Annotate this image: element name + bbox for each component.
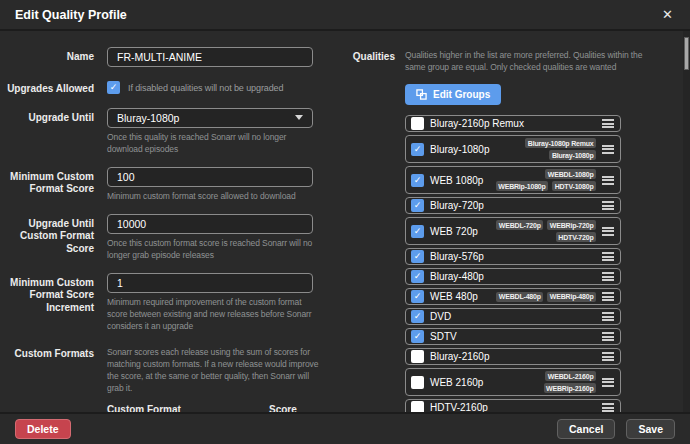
quality-format-badge: Bluray-1080p <box>549 150 596 160</box>
quality-item[interactable]: ✓ Bluray-1080p Bluray-1080p RemuxBluray-… <box>405 135 621 163</box>
quality-item[interactable]: ✓ DVD <box>405 308 621 325</box>
custom-formats-group: Custom Formats Sonarr scores each releas… <box>2 344 345 413</box>
quality-item[interactable]: ✓ WEB 720p WEBDL-720pWEBRip-720pHDTV-720… <box>405 217 621 245</box>
upgrade-until-label: Upgrade Until <box>2 108 94 155</box>
modal-header: Edit Quality Profile ✕ <box>0 0 690 31</box>
quality-format-badge: HDTV-720p <box>556 232 596 242</box>
quality-badges <box>530 123 596 125</box>
modal-footer: Delete Cancel Save <box>0 412 690 444</box>
drag-handle-icon[interactable] <box>602 312 614 321</box>
drag-handle-icon[interactable] <box>602 403 614 412</box>
quality-badges: WEBDL-720pWEBRip-720pHDTV-720p <box>484 219 596 243</box>
quality-label: WEB 2160p <box>430 377 483 388</box>
drag-handle-icon[interactable] <box>602 292 614 301</box>
quality-item[interactable]: ✓ WEB 1080p WEBDL-1080pWEBRip-1080pHDTV-… <box>405 166 621 194</box>
quality-badges <box>457 316 596 318</box>
edit-groups-button[interactable]: Edit Groups <box>405 84 501 105</box>
quality-checkbox[interactable] <box>411 376 424 389</box>
quality-badges: Bluray-1080p RemuxBluray-1080p <box>495 137 596 161</box>
quality-format-badge: WEBDL-720p <box>496 220 543 230</box>
quality-badges <box>490 205 596 207</box>
drag-handle-icon[interactable] <box>602 272 614 281</box>
quality-label: WEB 1080p <box>430 175 483 186</box>
quality-checkbox[interactable]: ✓ <box>411 143 424 156</box>
name-input[interactable]: FR-MULTI-ANIME <box>107 47 313 67</box>
drag-handle-icon[interactable] <box>602 378 614 387</box>
quality-item[interactable]: ✓ Bluray-720p <box>405 197 621 214</box>
custom-formats-help: Sonarr scores each release using the sum… <box>107 346 319 394</box>
quality-label: WEB 720p <box>430 226 478 237</box>
upgrade-until-custom-format-score-group: Upgrade Until Custom Format Score 10000 … <box>2 214 345 261</box>
scrollbar-thumb[interactable] <box>684 37 689 70</box>
upgrades-allowed-checkbox[interactable]: ✓ <box>107 81 120 94</box>
quality-badges: WEBDL-480pWEBRip-480p <box>484 291 596 303</box>
quality-label: HDTV-2160p <box>430 402 488 412</box>
drag-handle-icon[interactable] <box>602 145 614 154</box>
upgrade-until-custom-format-score-input[interactable]: 10000 <box>107 214 313 234</box>
drag-handle-icon[interactable] <box>602 201 614 210</box>
quality-checkbox[interactable] <box>411 401 424 412</box>
quality-item[interactable]: ✓ Bluray-480p <box>405 268 621 285</box>
quality-list: Bluray-2160p Remux ✓ Bluray-1080p Bluray… <box>405 115 621 412</box>
drag-handle-icon[interactable] <box>602 227 614 236</box>
quality-checkbox[interactable]: ✓ <box>411 330 424 343</box>
quality-format-badge: HDTV-1080p <box>552 181 596 191</box>
quality-checkbox[interactable] <box>411 350 424 363</box>
page-title: Edit Quality Profile <box>15 8 127 22</box>
upgrade-until-value: Bluray-1080p <box>117 112 179 124</box>
min-custom-format-score-group: Minimum Custom Format Score 100 Minimum … <box>2 167 345 202</box>
quality-label: Bluray-576p <box>430 251 484 262</box>
upgrades-allowed-group: Upgrades Allowed ✓ If disabled qualities… <box>2 79 345 96</box>
quality-checkbox[interactable]: ✓ <box>411 199 424 212</box>
quality-checkbox[interactable]: ✓ <box>411 290 424 303</box>
cancel-button[interactable]: Cancel <box>557 419 615 439</box>
delete-button[interactable]: Delete <box>15 419 71 439</box>
upgrade-until-help: Once this quality is reached Sonarr will… <box>107 131 319 155</box>
quality-format-badge: WEBDL-1080p <box>545 169 596 179</box>
quality-checkbox[interactable]: ✓ <box>411 225 424 238</box>
quality-item[interactable]: ✓ WEB 480p WEBDL-480pWEBRip-480p <box>405 288 621 305</box>
chevron-down-icon <box>295 115 303 120</box>
drag-handle-icon[interactable] <box>602 332 614 341</box>
quality-badges <box>494 407 596 409</box>
drag-handle-icon[interactable] <box>602 252 614 261</box>
quality-checkbox[interactable]: ✓ <box>411 174 424 187</box>
min-custom-format-score-help: Minimum custom format score allowed to d… <box>107 190 319 202</box>
qualities-help: Qualities higher in the list are more pr… <box>405 49 655 73</box>
quality-badges: WEBDL-1080pWEBRip-1080pHDTV-1080p <box>489 168 596 192</box>
min-custom-format-score-input[interactable]: 100 <box>107 167 313 187</box>
qualities-group: Qualities Qualities higher in the list a… <box>345 47 680 412</box>
quality-label: Bluray-2160p <box>430 351 489 362</box>
save-button[interactable]: Save <box>626 419 675 439</box>
quality-item[interactable]: ✓ Bluray-576p <box>405 248 621 265</box>
drag-handle-icon[interactable] <box>602 119 614 128</box>
name-label: Name <box>2 47 94 67</box>
upgrade-until-select[interactable]: Bluray-1080p <box>107 108 313 128</box>
quality-format-badge: WEBRip-480p <box>547 292 596 302</box>
quality-checkbox[interactable]: ✓ <box>411 310 424 323</box>
quality-item[interactable]: Bluray-2160p Remux <box>405 115 621 132</box>
quality-format-badge: Bluray-1080p Remux <box>525 138 596 148</box>
profile-settings-column: Name FR-MULTI-ANIME Upgrades Allowed ✓ I… <box>2 47 345 412</box>
quality-item[interactable]: ✓ SDTV <box>405 328 621 345</box>
scrollbar-track <box>683 31 690 412</box>
quality-badges <box>490 256 596 258</box>
close-icon[interactable]: ✕ <box>660 6 675 23</box>
upgrade-until-custom-format-score-label: Upgrade Until Custom Format Score <box>2 214 94 261</box>
quality-checkbox[interactable]: ✓ <box>411 250 424 263</box>
ungroup-icon <box>416 89 427 100</box>
quality-item[interactable]: WEB 2160p WEBDL-2160pWEBRip-2160p <box>405 368 621 396</box>
min-custom-format-score-increment-input[interactable]: 1 <box>107 273 313 293</box>
quality-label: Bluray-2160p Remux <box>430 118 524 129</box>
quality-badges: WEBDL-2160pWEBRip-2160p <box>489 370 596 394</box>
quality-checkbox[interactable] <box>411 117 424 130</box>
quality-checkbox[interactable]: ✓ <box>411 270 424 283</box>
drag-handle-icon[interactable] <box>602 176 614 185</box>
edit-groups-label: Edit Groups <box>433 89 490 100</box>
quality-item[interactable]: Bluray-2160p <box>405 348 621 365</box>
custom-format-table-header: Custom Format Score <box>107 404 319 413</box>
quality-item[interactable]: HDTV-2160p <box>405 399 621 412</box>
min-custom-format-score-increment-help: Minimum required improvement of the cust… <box>107 296 319 332</box>
drag-handle-icon[interactable] <box>602 352 614 361</box>
quality-label: Bluray-480p <box>430 271 484 282</box>
